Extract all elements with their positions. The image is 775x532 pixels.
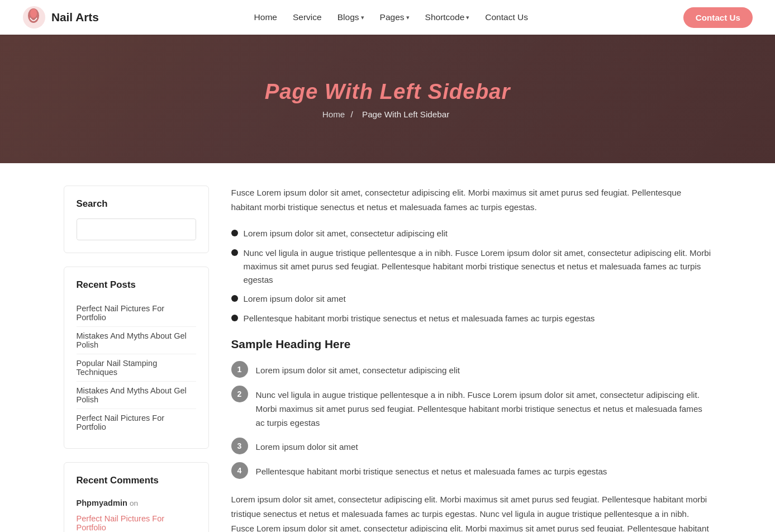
blogs-dropdown-arrow: ▾: [361, 14, 364, 21]
recent-post-item[interactable]: Popular Nail Stamping Techniques: [77, 354, 196, 382]
num-badge-1: 1: [231, 361, 248, 378]
search-wrap: 🔍: [77, 218, 196, 240]
bullet-dot: [231, 249, 238, 256]
nav-links: Home Service Blogs ▾ Pages ▾ Shortcode ▾…: [254, 12, 528, 22]
breadcrumb-home[interactable]: Home: [322, 110, 345, 119]
bullet-text: Lorem ipsum dolor sit amet: [244, 292, 346, 306]
num-text-4: Pellentesque habitant morbi tristique se…: [256, 462, 607, 478]
num-badge-3: 3: [231, 438, 248, 454]
nav-item-blogs[interactable]: Blogs ▾: [337, 12, 364, 22]
nav-link-home[interactable]: Home: [254, 12, 277, 22]
bullet-text: Lorem ipsum dolor sit amet, consectetur …: [244, 227, 448, 240]
numbered-item: 4 Pellentesque habitant morbi tristique …: [231, 462, 712, 479]
recent-post-item[interactable]: Perfect Nail Pictures For Portfolio: [77, 300, 196, 327]
nav-link-contact[interactable]: Contact Us: [485, 12, 528, 22]
nav-link-service[interactable]: Service: [293, 12, 322, 22]
content-paragraph-1: Lorem ipsum dolor sit amet, consectetur …: [231, 492, 712, 532]
num-text-2: Nunc vel ligula in augue tristique pelle…: [256, 386, 712, 430]
comment-on: on: [130, 499, 138, 507]
nav-item-shortcode[interactable]: Shortcode ▾: [425, 12, 470, 22]
num-text-3: Lorem ipsum dolor sit amet: [256, 438, 358, 454]
recent-post-item[interactable]: Mistakes And Myths About Gel Polish: [77, 327, 196, 354]
bullet-text: Nunc vel ligula in augue tristique pelle…: [244, 246, 712, 287]
nav-link-pages[interactable]: Pages: [380, 12, 405, 22]
num-badge-2: 2: [231, 386, 248, 402]
recent-posts-widget: Recent Posts Perfect Nail Pictures For P…: [64, 267, 209, 449]
hero-title: Page With Left Sidebar: [265, 79, 511, 104]
content-intro: Fusce Lorem ipsum dolor sit amet, consec…: [231, 186, 712, 215]
search-input[interactable]: [77, 220, 196, 239]
recent-comments-title: Recent Comments: [77, 475, 196, 486]
num-text-1: Lorem ipsum dolor sit amet, consectetur …: [256, 361, 460, 377]
breadcrumb: Home / Page With Left Sidebar: [265, 110, 511, 119]
hero-content: Page With Left Sidebar Home / Page With …: [265, 79, 511, 119]
recent-post-item[interactable]: Perfect Nail Pictures For Portfolio: [77, 409, 196, 436]
nav-link-shortcode[interactable]: Shortcode: [425, 12, 465, 22]
bullet-dot: [231, 230, 238, 236]
comment-post-link[interactable]: Perfect Nail Pictures For Portfolio: [77, 514, 165, 532]
main-container: Search 🔍 Recent Posts Perfect Nail Pictu…: [53, 163, 723, 532]
numbered-item: 2 Nunc vel ligula in augue tristique pel…: [231, 386, 712, 430]
breadcrumb-separator: /: [351, 110, 353, 119]
hero-section: Page With Left Sidebar Home / Page With …: [0, 35, 775, 163]
numbered-item: 3 Lorem ipsum dolor sit amet: [231, 438, 712, 454]
breadcrumb-current: Page With Left Sidebar: [362, 110, 449, 119]
bullet-list: Lorem ipsum dolor sit amet, consectetur …: [231, 227, 712, 325]
bullet-dot: [231, 315, 238, 321]
bullet-dot: [231, 295, 238, 302]
contact-button[interactable]: Contact Us: [683, 7, 753, 28]
logo-text: Nail Arts: [51, 11, 99, 24]
svg-point-2: [30, 9, 37, 18]
nav-link-blogs[interactable]: Blogs: [337, 12, 359, 22]
recent-posts-title: Recent Posts: [77, 279, 196, 291]
num-badge-4: 4: [231, 462, 248, 479]
main-content: Fusce Lorem ipsum dolor sit amet, consec…: [231, 186, 712, 532]
nav-item-home[interactable]: Home: [254, 12, 277, 22]
shortcode-dropdown-arrow: ▾: [466, 14, 469, 21]
bullet-item: Lorem ipsum dolor sit amet: [231, 292, 712, 306]
nav-item-pages[interactable]: Pages ▾: [380, 12, 410, 22]
nav-item-service[interactable]: Service: [293, 12, 322, 22]
bullet-item: Lorem ipsum dolor sit amet, consectetur …: [231, 227, 712, 240]
nav-item-contact[interactable]: Contact Us: [485, 12, 528, 22]
comment-link-item[interactable]: Perfect Nail Pictures For Portfolio: [77, 511, 196, 532]
commenter-name: Phpmyadmin: [77, 498, 127, 507]
comments-list: Phpmyadmin on Perfect Nail Pictures For …: [77, 495, 196, 532]
navbar: Nail Arts Home Service Blogs ▾ Pages ▾ S…: [0, 0, 775, 35]
search-widget: Search 🔍: [64, 186, 209, 253]
sample-heading: Sample Heading Here: [231, 338, 712, 351]
search-widget-title: Search: [77, 198, 196, 210]
pages-dropdown-arrow: ▾: [406, 14, 410, 21]
recent-comments-widget: Recent Comments Phpmyadmin on Perfect Na…: [64, 462, 209, 532]
numbered-list: 1 Lorem ipsum dolor sit amet, consectetu…: [231, 361, 712, 479]
logo-icon: [22, 6, 46, 29]
sidebar: Search 🔍 Recent Posts Perfect Nail Pictu…: [64, 186, 209, 532]
recent-posts-list: Perfect Nail Pictures For Portfolio Mist…: [77, 300, 196, 436]
bullet-item: Pellentesque habitant morbi tristique se…: [231, 312, 712, 325]
logo[interactable]: Nail Arts: [22, 6, 99, 29]
numbered-item: 1 Lorem ipsum dolor sit amet, consectetu…: [231, 361, 712, 378]
bullet-item: Nunc vel ligula in augue tristique pelle…: [231, 246, 712, 287]
comment-item: Phpmyadmin on: [77, 495, 196, 511]
recent-post-item[interactable]: Mistakes And Myths About Gel Polish: [77, 382, 196, 409]
bullet-text: Pellentesque habitant morbi tristique se…: [244, 312, 595, 325]
